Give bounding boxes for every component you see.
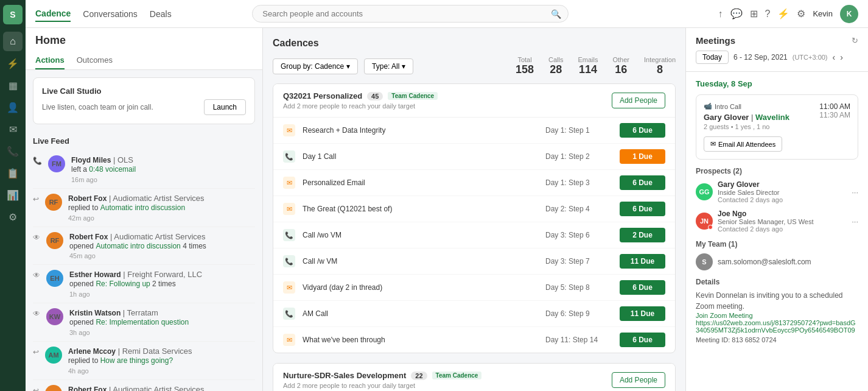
studio-description: Live listen, coach team or join call.: [42, 103, 153, 111]
lightning-icon[interactable]: ⚡: [777, 8, 789, 19]
feed-action: opened Re: Implementation question: [69, 317, 255, 328]
sidebar-icon-phone[interactable]: 📞: [3, 141, 23, 161]
stat-calls: Calls 28: [548, 56, 563, 76]
home-title: Home: [35, 34, 253, 47]
launch-button[interactable]: Launch: [204, 99, 246, 115]
cadence-group-header-1: Q32021 Personalized 45 Team Cadence Add …: [273, 84, 675, 118]
list-item: ↩ RF Robert Fox | Audiomatic Artist Serv…: [33, 189, 255, 227]
nav-deals[interactable]: Deals: [150, 7, 172, 21]
due-button[interactable]: 2 Due: [620, 228, 665, 242]
sidebar-icon-settings[interactable]: ⚙: [3, 207, 23, 227]
status-dot: [708, 225, 713, 230]
add-people-button-1[interactable]: Add People: [612, 93, 665, 108]
user-name[interactable]: Kevin: [813, 9, 833, 18]
search-icon: 🔍: [551, 9, 561, 19]
studio-title: Live Call Studio: [42, 86, 246, 96]
details-text: Kevin Donnelan is inviting you to a sche…: [696, 290, 858, 312]
nav-cadence[interactable]: Cadence: [35, 6, 71, 22]
due-button[interactable]: 6 Due: [620, 175, 665, 190]
home-tabs: Actions Outcomes: [35, 52, 253, 69]
prospect-more-button[interactable]: ···: [852, 188, 858, 197]
table-row: 📞 Day 1 Call Day 1: Step 2 1 Due: [273, 144, 675, 170]
sidebar-icon-chart[interactable]: ▦: [3, 76, 23, 95]
list-item: 👁 KW Kristin Watson | Terratam opened Re…: [33, 303, 255, 342]
feed-time: 45m ago: [69, 252, 255, 259]
row-name: Call /wo VM: [303, 231, 538, 239]
open-icon: 👁: [33, 233, 40, 260]
mail-icon: ✉: [710, 140, 716, 148]
feed-content: Robert Fox | Audiomatic Artist Services …: [69, 232, 255, 260]
meetings-header: Meetings ↻ Today 6 - 12 Sep, 2021 (UTC+3…: [686, 28, 868, 72]
help-icon[interactable]: ?: [765, 9, 771, 19]
cadence-group-2: Nurture-SDR-Sales Development 22 Team Ca…: [273, 363, 676, 391]
email-icon: ✉: [283, 177, 295, 189]
due-button[interactable]: 6 Due: [620, 202, 665, 216]
search-input[interactable]: [252, 5, 569, 23]
due-button[interactable]: 11 Due: [620, 306, 665, 321]
stat-integration-label: Integration: [644, 56, 676, 63]
prev-week-button[interactable]: ‹: [833, 52, 836, 62]
sidebar-icon-book[interactable]: 📋: [3, 163, 23, 183]
feed-name: Esther Howard: [69, 270, 121, 279]
due-button[interactable]: 6 Due: [620, 280, 665, 295]
feed-name: Robert Fox: [69, 233, 108, 241]
feed-action: left a 0:48 voicemail: [71, 164, 255, 175]
tab-actions[interactable]: Actions: [35, 52, 65, 69]
stats-row: Total 158 Calls 28 Emails 114 Other 16: [516, 56, 676, 76]
list-item: 👁 RF Robert Fox | Audiomatic Artist Serv…: [33, 227, 255, 266]
sidebar-icon-activity[interactable]: ⚡: [3, 54, 23, 73]
prospects-title: Prospects (2): [696, 167, 858, 175]
due-button[interactable]: 11 Due: [620, 254, 665, 269]
add-people-button-2[interactable]: Add People: [612, 372, 665, 388]
row-step: Day 1: Step 1: [545, 126, 612, 135]
group-by-button[interactable]: Group by: Cadence ▾: [273, 58, 358, 74]
studio-row: Live listen, coach team or join call. La…: [42, 99, 246, 115]
meeting-type: 📹 Intro Call: [704, 102, 789, 110]
avatar: AM: [45, 347, 62, 364]
due-button[interactable]: 1 Due: [620, 149, 665, 164]
settings-icon[interactable]: ⚙: [797, 8, 805, 19]
next-week-button[interactable]: ›: [840, 52, 843, 62]
my-team-title: My Team (1): [696, 240, 858, 248]
sidebar-icon-home[interactable]: ⌂: [3, 32, 23, 51]
list-item: 📞 FM Floyd Miles | OLS left a 0:48 voice…: [33, 150, 255, 189]
cadence-badge-2: Team Cadence: [432, 372, 482, 379]
stat-emails-value: 114: [578, 63, 598, 76]
avatar: RF: [45, 194, 62, 211]
cadence-name-2: Nurture-SDR-Sales Development: [283, 371, 406, 380]
table-row: ✉ The Great (Q12021 best of) Day 2: Step…: [273, 196, 675, 222]
cadence-badge-1: Team Cadence: [388, 92, 438, 100]
feed-name: Arlene Mccoy: [68, 347, 116, 356]
list-item: S sam.solomon@salesloft.com: [696, 253, 858, 270]
refresh-icon[interactable]: ↻: [852, 36, 858, 45]
stat-total-label: Total: [516, 56, 534, 63]
avatar: JN: [696, 213, 713, 230]
email-all-button[interactable]: ✉ Email All Attendees: [704, 136, 782, 152]
zoom-link[interactable]: Join Zoom Meetinghttps://us02web.zoom.us…: [696, 312, 858, 334]
email-icon: ✉: [283, 334, 295, 346]
type-filter-button[interactable]: Type: All ▾: [364, 58, 413, 74]
user-avatar[interactable]: K: [840, 5, 858, 23]
chat-icon[interactable]: 💬: [730, 8, 743, 19]
voicemail-icon: 📞: [33, 157, 42, 183]
cadence-subtitle-1: Add 2 more people to reach your daily ta…: [283, 102, 438, 110]
due-button[interactable]: 6 Due: [620, 333, 665, 347]
prospect-name: Gary Glover: [718, 180, 847, 189]
meeting-card: 📹 Intro Call Gary Glover | Wavelink 2 gu…: [696, 94, 858, 160]
today-button[interactable]: Today: [696, 51, 729, 64]
group-by-label: Group by: Cadence: [281, 62, 344, 71]
feed-time: 16m ago: [71, 176, 255, 183]
sidebar-icon-analytics[interactable]: 📊: [3, 185, 23, 205]
activity-icon[interactable]: ↑: [718, 9, 723, 19]
feed-content: Esther Howard | Freight Forward, LLC ope…: [69, 270, 255, 298]
row-name: Personalized Email: [303, 178, 538, 187]
feed-content: Floyd Miles | OLS left a 0:48 voicemail …: [71, 155, 255, 183]
sidebar-icon-person[interactable]: 👤: [3, 97, 23, 117]
prospect-more-button[interactable]: ···: [852, 217, 858, 226]
due-button[interactable]: 6 Due: [620, 123, 665, 138]
nav-conversations[interactable]: Conversations: [83, 7, 138, 21]
tab-outcomes[interactable]: Outcomes: [77, 52, 113, 69]
grid-icon[interactable]: ⊞: [750, 8, 758, 19]
sidebar-icon-mail[interactable]: ✉: [3, 119, 23, 139]
home-header: Home Actions Outcomes: [26, 28, 262, 70]
